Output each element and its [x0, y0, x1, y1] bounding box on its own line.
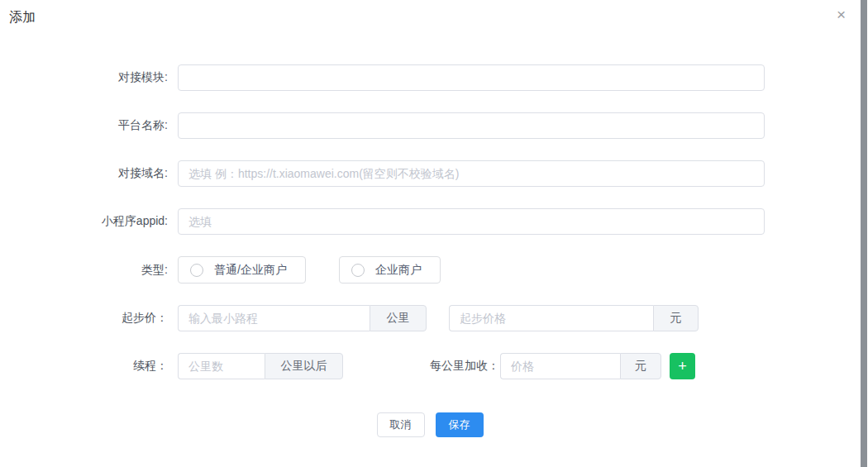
per-km-price-input[interactable]: [500, 353, 620, 379]
save-button[interactable]: 保存: [436, 412, 484, 437]
radio-option-label: 普通/企业商户: [214, 263, 287, 278]
add-tier-button[interactable]: +: [670, 353, 695, 379]
extend-label: 续程：: [0, 359, 178, 374]
extend-distance-input[interactable]: [178, 353, 265, 379]
min-distance-input[interactable]: [178, 305, 370, 331]
platform-input[interactable]: [178, 112, 765, 139]
module-input[interactable]: [178, 64, 765, 91]
radio-option-enterprise-merchant[interactable]: 企业商户: [339, 256, 441, 284]
yuan-suffix: 元: [620, 353, 661, 379]
page-scrollbar[interactable]: [861, 0, 867, 467]
dialog-title: 添加: [9, 9, 36, 26]
plus-icon: +: [678, 358, 687, 374]
appid-input[interactable]: [178, 208, 765, 235]
close-icon[interactable]: ×: [837, 7, 846, 22]
km-suffix: 公里: [370, 305, 427, 331]
extend-distance-group: 公里以后: [178, 353, 343, 379]
row-appid: 小程序appid:: [0, 208, 860, 235]
add-form: 对接模块: 平台名称: 对接域名: 小程序appid: 类型: 普通/企业商户 …: [0, 64, 860, 437]
row-domain: 对接域名:: [0, 160, 860, 187]
radio-icon: [190, 264, 203, 277]
cancel-button[interactable]: 取消: [377, 412, 425, 437]
radio-icon: [351, 264, 365, 277]
base-fare-input[interactable]: [449, 305, 653, 331]
row-module: 对接模块:: [0, 64, 860, 91]
row-base-price: 起步价： 公里 元: [0, 305, 860, 331]
row-type: 类型: 普通/企业商户 企业商户: [0, 256, 860, 284]
base-fare-group: 元: [449, 305, 699, 331]
per-km-price-group: 元: [500, 353, 661, 379]
yuan-suffix: 元: [653, 305, 699, 331]
platform-label: 平台名称:: [0, 118, 178, 133]
appid-label: 小程序appid:: [0, 214, 178, 229]
base-price-label: 起步价：: [0, 311, 178, 326]
per-km-label: 每公里加收：: [430, 359, 499, 374]
radio-option-normal-merchant[interactable]: 普通/企业商户: [178, 256, 306, 284]
row-extend: 续程： 公里以后 每公里加收： 元 +: [0, 353, 860, 379]
module-label: 对接模块:: [0, 70, 178, 85]
row-platform: 平台名称:: [0, 112, 860, 139]
min-distance-group: 公里: [178, 305, 427, 331]
domain-input[interactable]: [178, 160, 765, 187]
type-label: 类型:: [0, 263, 178, 278]
dialog-footer: 取消 保存: [0, 412, 860, 437]
domain-label: 对接域名:: [0, 166, 178, 181]
radio-option-label: 企业商户: [375, 263, 422, 278]
km-after-suffix: 公里以后: [265, 353, 343, 379]
